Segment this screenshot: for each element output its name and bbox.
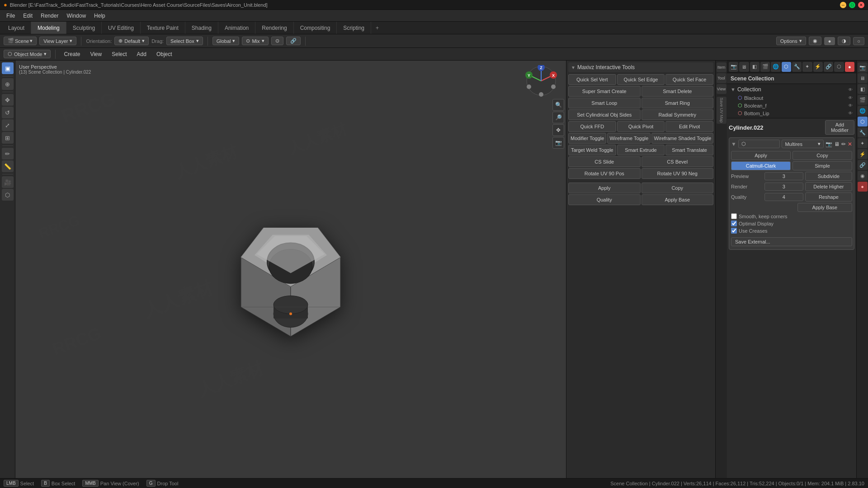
save-external-btn[interactable]: Save External...: [731, 237, 852, 246]
use-creases-checkbox[interactable]: [731, 228, 737, 234]
close-button[interactable]: ✕: [858, 2, 864, 8]
drag-selector[interactable]: Select Box ▾: [166, 37, 203, 45]
wireframe-toggle-btn[interactable]: Wireframe Toggle: [607, 133, 651, 144]
eye-icon-boolean[interactable]: 👁: [848, 103, 853, 108]
copy-btn[interactable]: Copy: [642, 183, 714, 193]
modifier-viewport-icon[interactable]: 🖥: [834, 141, 840, 147]
use-creases-label[interactable]: Use Creases: [731, 228, 768, 234]
menu-window[interactable]: Window: [63, 12, 90, 20]
quality-value[interactable]: 4: [764, 193, 803, 201]
create-button[interactable]: Create: [60, 50, 84, 58]
tab-compositing[interactable]: Compositing: [294, 22, 337, 34]
modifier-copy-btn[interactable]: Copy: [793, 151, 852, 160]
smart-delete-btn[interactable]: Smart Delete: [642, 86, 714, 97]
cs-bevel-btn[interactable]: CS Bevel: [642, 156, 714, 167]
maximize-button[interactable]: □: [849, 2, 855, 8]
orientation-selector[interactable]: ⊕ Default ▾: [114, 37, 149, 45]
collection-bottom-lip[interactable]: ⬡ Bottom_Lip 👁: [729, 109, 854, 117]
minimize-button[interactable]: ─: [840, 2, 846, 8]
view-layer-prop-icon[interactable]: ◧: [750, 62, 760, 72]
collection-blackout[interactable]: ⬡ Blackout 👁: [729, 94, 854, 102]
mix-selector[interactable]: ⊙ Mix ▾: [242, 37, 268, 45]
zoom-in-btn[interactable]: 🔍: [552, 99, 564, 111]
tool-measure[interactable]: 📏: [2, 160, 14, 172]
rotate-uv-neg-btn[interactable]: Rotate UV 90 Neg: [642, 168, 714, 179]
quick-ffd-btn[interactable]: Quick FFD: [568, 121, 616, 132]
right-icon-8[interactable]: ✦: [858, 138, 868, 148]
tool-move[interactable]: ✥: [2, 94, 14, 106]
modifier-edit-icon[interactable]: ✏: [841, 141, 846, 147]
preview-value[interactable]: 3: [764, 172, 803, 180]
smart-translate-btn[interactable]: Smart Translate: [665, 145, 713, 155]
collection-boolean[interactable]: ⬡ Boolean_f 👁: [729, 102, 854, 109]
render-value[interactable]: 3: [764, 183, 803, 191]
right-icon-5[interactable]: 🌐: [858, 106, 868, 116]
eye-icon-main[interactable]: 👁: [848, 87, 853, 92]
smooth-checkbox[interactable]: [731, 213, 737, 219]
menu-help[interactable]: Help: [90, 12, 109, 20]
select-button[interactable]: Select: [108, 50, 130, 58]
quick-pivot-btn[interactable]: Quick Pivot: [617, 121, 665, 132]
modifier-camera-icon[interactable]: 📷: [826, 141, 832, 147]
zoom-out-btn[interactable]: 🔎: [552, 112, 564, 123]
proportional-btn[interactable]: ⊙: [271, 37, 283, 45]
edit-pivot-btn[interactable]: Edit Pivot: [665, 121, 713, 132]
add-button[interactable]: Add: [133, 50, 150, 58]
world-prop-icon[interactable]: 🌐: [771, 62, 780, 72]
nav-gizmo[interactable]: X Y Z: [525, 65, 557, 97]
collection-item-main[interactable]: ▼ Collection 👁: [729, 85, 854, 94]
tab-uv-editing[interactable]: UV Editing: [102, 22, 141, 34]
tool-rotate[interactable]: ↺: [2, 107, 14, 118]
right-icon-1[interactable]: 📷: [858, 62, 868, 72]
smooth-checkbox-label[interactable]: Smooth, keep corners: [731, 213, 788, 219]
optimal-display-checkbox[interactable]: [731, 221, 737, 226]
render-prop-icon[interactable]: 📷: [729, 62, 738, 72]
scene-selector[interactable]: 🎬 Scene ▾: [4, 37, 37, 45]
output-prop-icon[interactable]: 🖥: [739, 62, 749, 72]
catmull-clark-btn[interactable]: Catmull-Clark: [731, 161, 791, 170]
object-prop-icon[interactable]: ⬡: [782, 62, 791, 72]
maxivz-panel-header[interactable]: ▼ Maxivz Interactive Tools: [568, 62, 713, 72]
pan-view-btn[interactable]: ✥: [552, 124, 564, 136]
material-prop-icon[interactable]: ●: [845, 62, 854, 72]
right-icon-3[interactable]: ◧: [858, 84, 868, 94]
right-icon-4[interactable]: 🎬: [858, 95, 868, 105]
view-tab[interactable]: View: [717, 84, 726, 94]
right-icon-10[interactable]: 🔗: [858, 160, 868, 170]
tab-scripting[interactable]: Scripting: [337, 22, 371, 34]
constraints-prop-icon[interactable]: 🔗: [824, 62, 833, 72]
camera-view-btn[interactable]: 📷: [552, 137, 564, 149]
right-icon-9[interactable]: ⚡: [858, 149, 868, 159]
options-button[interactable]: Options ▾: [776, 37, 806, 45]
subdivide-btn[interactable]: Subdivide: [805, 172, 852, 181]
quick-sel-face-btn[interactable]: Quick Sel Face: [665, 74, 713, 85]
right-icon-12[interactable]: ●: [858, 182, 868, 192]
tool-transform[interactable]: ⊞: [2, 132, 14, 144]
right-icon-2[interactable]: 🖥: [858, 73, 868, 83]
modifier-apply-btn[interactable]: Apply: [731, 151, 791, 160]
smart-ring-btn[interactable]: Smart Ring: [642, 98, 714, 108]
wireframe-shaded-btn[interactable]: Wireframe Shaded Toggle: [651, 133, 713, 144]
tool-cursor[interactable]: ⊕: [2, 78, 14, 90]
mode-selector[interactable]: ⬡ Object Mode ▾: [4, 50, 51, 58]
tab-shading[interactable]: Shading: [185, 22, 218, 34]
viewport-shading-btn[interactable]: ◉: [809, 37, 821, 45]
add-modifier-btn[interactable]: Add Modifier: [825, 120, 854, 135]
quality-btn[interactable]: Quality: [568, 194, 641, 205]
apply-base-mod-btn[interactable]: Apply Base: [797, 203, 852, 212]
apply-btn[interactable]: Apply: [568, 183, 641, 193]
tool-light[interactable]: ⬡: [2, 189, 14, 201]
super-smart-create-btn[interactable]: Super Smart Create: [568, 86, 641, 97]
simple-btn[interactable]: Simple: [793, 161, 852, 170]
global-selector[interactable]: Global ▾: [212, 37, 240, 45]
modifier-type-selector[interactable]: ⬡: [738, 140, 780, 148]
smart-extrude-btn[interactable]: Smart Extrude: [617, 145, 665, 155]
cs-slide-btn[interactable]: CS Slide: [568, 156, 641, 167]
viewport-material-btn[interactable]: ◑: [838, 37, 850, 45]
snap-btn[interactable]: 🔗: [286, 37, 301, 45]
tool-scale[interactable]: ⤢: [2, 119, 14, 131]
eye-icon-blackout[interactable]: 👁: [848, 95, 853, 100]
tab-sculpting[interactable]: Sculpting: [66, 22, 102, 34]
modifier-name-selector[interactable]: Multires ▾: [782, 140, 824, 148]
menu-edit[interactable]: Edit: [19, 12, 36, 20]
